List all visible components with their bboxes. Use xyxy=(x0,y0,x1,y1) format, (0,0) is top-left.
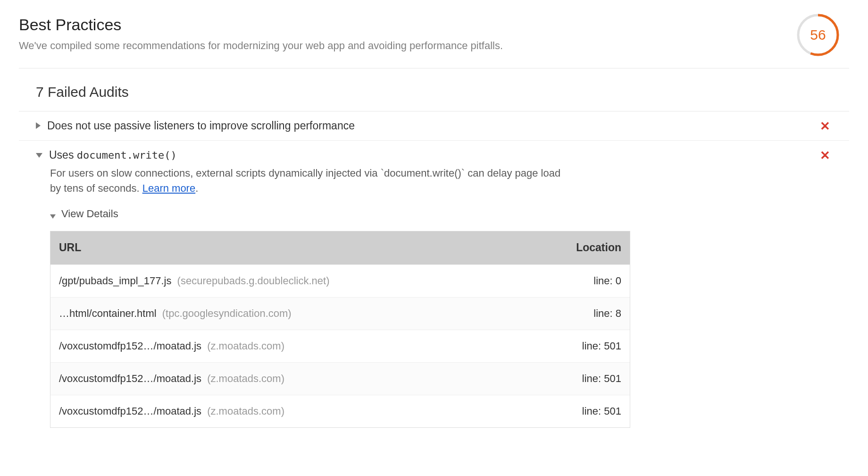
cell-url: /voxcustomdfp152…/moatad.js (z.moatads.c… xyxy=(59,339,541,354)
url-host: (z.moatads.com) xyxy=(204,405,284,417)
chevron-down-icon xyxy=(50,214,56,219)
audit-desc-text: For users on slow connections, external … xyxy=(50,167,560,194)
url-path: /voxcustomdfp152…/moatad.js xyxy=(59,373,201,384)
header-text: Best Practices We've compiled some recom… xyxy=(19,13,503,53)
url-path: …html/container.html xyxy=(59,307,157,319)
chevron-right-icon xyxy=(36,122,41,129)
fail-icon: ✕ xyxy=(820,120,830,132)
audit-title-text: Uses xyxy=(49,149,77,161)
score-gauge: 56 xyxy=(796,13,840,57)
cell-location: line: 501 xyxy=(541,404,621,419)
score-value: 56 xyxy=(796,13,840,57)
report-header: Best Practices We've compiled some recom… xyxy=(19,0,849,68)
cell-url: /voxcustomdfp152…/moatad.js (z.moatads.c… xyxy=(59,404,541,419)
view-details-label: View Details xyxy=(61,206,118,221)
table-row: /gpt/pubads_impl_177.js (securepubads.g.… xyxy=(50,264,630,297)
table-header: URL Location xyxy=(50,231,630,264)
url-host: (z.moatads.com) xyxy=(204,373,284,384)
view-details-toggle[interactable]: View Details xyxy=(50,206,849,221)
table-row: /voxcustomdfp152…/moatad.js (z.moatads.c… xyxy=(50,362,630,395)
audit-item: Does not use passive listeners to improv… xyxy=(19,111,849,141)
col-header-location: Location xyxy=(541,240,621,255)
url-host: (z.moatads.com) xyxy=(204,340,284,352)
audit-title: Uses document.write() xyxy=(49,147,813,163)
failed-audits-heading: 7 Failed Audits xyxy=(19,68,849,111)
audit-toggle-row[interactable]: Does not use passive listeners to improv… xyxy=(19,118,849,134)
page-title: Best Practices xyxy=(19,13,503,36)
table-row: /voxcustomdfp152…/moatad.js (z.moatads.c… xyxy=(50,330,630,362)
chevron-down-icon xyxy=(36,153,42,158)
audit-report: Best Practices We've compiled some recom… xyxy=(0,0,868,453)
audit-details: View Details URL Location /gpt/pubads_im… xyxy=(19,196,849,428)
audit-desc-suffix: . xyxy=(195,182,198,194)
url-path: /voxcustomdfp152…/moatad.js xyxy=(59,340,201,352)
fail-icon: ✕ xyxy=(820,149,830,162)
cell-location: line: 8 xyxy=(541,306,621,321)
table-row: /voxcustomdfp152…/moatad.js (z.moatads.c… xyxy=(50,395,630,427)
cell-location: line: 501 xyxy=(541,339,621,354)
cell-location: line: 501 xyxy=(541,371,621,386)
page-subtitle: We've compiled some recommendations for … xyxy=(19,38,503,53)
cell-url: /gpt/pubads_impl_177.js (securepubads.g.… xyxy=(59,273,541,289)
audit-title: Does not use passive listeners to improv… xyxy=(47,118,813,134)
audit-description: For users on slow connections, external … xyxy=(19,163,604,196)
url-path: /voxcustomdfp152…/moatad.js xyxy=(59,405,201,417)
table-body: /gpt/pubads_impl_177.js (securepubads.g.… xyxy=(50,264,630,427)
learn-more-link[interactable]: Learn more xyxy=(142,182,196,194)
cell-url: /voxcustomdfp152…/moatad.js (z.moatads.c… xyxy=(59,371,541,386)
audit-toggle-row[interactable]: Uses document.write() ✕ xyxy=(19,147,849,163)
url-host: (tpc.googlesyndication.com) xyxy=(159,307,292,319)
col-header-url: URL xyxy=(59,240,541,255)
audit-title-code: document.write() xyxy=(77,149,177,161)
table-row: …html/container.html (tpc.googlesyndicat… xyxy=(50,297,630,330)
cell-url: …html/container.html (tpc.googlesyndicat… xyxy=(59,306,541,321)
cell-location: line: 0 xyxy=(541,273,621,289)
url-host: (securepubads.g.doubleclick.net) xyxy=(175,275,330,287)
details-table: URL Location /gpt/pubads_impl_177.js (se… xyxy=(50,231,630,428)
audit-item: Uses document.write() ✕ For users on slo… xyxy=(19,141,849,434)
url-path: /gpt/pubads_impl_177.js xyxy=(59,275,172,287)
